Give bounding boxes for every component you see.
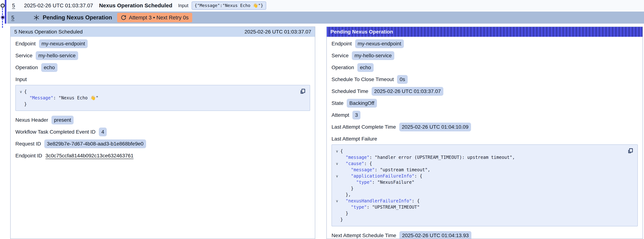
code-gutter [334,192,340,198]
field-label: Endpoint [16,41,36,47]
code-line: } [18,101,306,107]
field-row: Operationecho [332,63,638,72]
field-value-badge: present [52,116,74,124]
code-line: ∨{ [18,88,306,95]
timeline-active-bar [5,0,6,24]
event-detail-header-timestamp: 2025-02-26 UTC 01:03:37.07 [244,29,311,35]
code-gutter [334,210,340,216]
collapse-chevron-icon[interactable]: ∨ [334,198,340,204]
retry-badge-label: Attempt 3 • Next Retry 0s [129,15,188,21]
code-line-text: "type": "NexusFailure" [340,179,414,186]
field-label: Last Attempt Complete Time [332,124,396,130]
event-input-label: Input [178,3,188,8]
code-line: "message": "upstream timeout", [334,167,634,173]
event-detail-header-title: 5 Nexus Operation Scheduled [14,29,83,35]
field-label: Service [332,53,348,58]
code-line: ∨ "applicationFailureInfo": { [334,173,634,179]
code-line-text: "nexusHandlerFailureInfo": { [340,198,420,204]
code-line: "Message": "Nexus Echo 👋" [18,95,306,101]
field-row: Servicemy-hello-service [16,51,310,60]
code-gutter [334,167,340,173]
workflow-event-detail-page: 5 2025-02-26 UTC 01:03:37.07 Nexus Opera… [0,0,644,239]
event-input-badge[interactable]: {"Message":"Nexus Echo 👋"} [192,2,266,10]
code-gutter [334,179,340,186]
code-line-text: "cause": { [340,160,372,167]
endpoint-id-link[interactable]: 3c0c75ccfa8144b092c13ce632463761 [46,153,134,159]
code-line-text: "type": "UPSTREAM_TIMEOUT" [340,204,420,210]
code-line: ∨{ [334,148,634,154]
field-row: Servicemy-hello-service [332,51,638,60]
field-row: Workflow Task Completed Event ID4 [16,128,310,136]
pending-panel-body: Endpointmy-nexus-endpointServicemy-hello… [327,37,642,239]
collapse-chevron-icon[interactable]: ∨ [334,173,340,179]
pending-panel-header: Pending Nexus Operation [327,27,642,37]
field-row: StateBackingOff [332,99,638,108]
event-id-link[interactable]: 5 [12,2,15,8]
pending-fields: Endpointmy-nexus-endpointServicemy-hello… [332,39,638,132]
field-value-badge: 2025-02-26 UTC 01:03:37.07 [372,87,443,96]
field-value-badge: 3e829b7e-7d67-4b08-aad3-b1e868bfe9e0 [44,140,146,148]
code-line-text: { [340,148,343,154]
field-label: Workflow Task Completed Event ID [16,129,96,135]
field-value-badge: 2025-02-26 UTC 01:04:10.09 [399,122,471,132]
field-row: Scheduled Time2025-02-26 UTC 01:03:37.07 [332,87,638,96]
field-value-badge: my-nexus-endpoint [355,39,404,48]
field-label: Request ID [16,141,41,147]
field-value-badge: my-hello-service [352,51,394,60]
timeline-event-marker-icon [0,4,5,8]
field-row: Endpointmy-nexus-endpoint [16,39,310,48]
field-label: Operation [332,64,354,70]
pending-asterisk-icon [33,14,40,21]
failure-code-block: ∨{ "message": "handler error (UPSTREAM_T… [332,144,638,226]
retry-icon [121,15,126,20]
code-line: "type": "NexusFailure" [334,179,634,186]
failure-section-label: Last Attempt Failure [332,134,638,143]
field-label: Attempt [332,112,349,118]
failure-code-lines: ∨{ "message": "handler error (UPSTREAM_T… [334,148,634,223]
field-row: Schedule To Close Timeout0s [332,75,638,84]
field-label: Service [16,53,32,58]
field-value-badge: my-nexus-endpoint [39,39,88,48]
pending-operation-panel: Pending Nexus Operation Endpointmy-nexus… [326,26,643,239]
copy-icon[interactable] [300,88,306,94]
event-summary-row[interactable]: 5 2025-02-26 UTC 01:03:37.07 Nexus Opera… [7,0,644,11]
event-detail-panel: 5 Nexus Operation Scheduled 2025-02-26 U… [10,26,315,239]
field-label: Endpoint [332,41,352,47]
event-title: Nexus Operation Scheduled [99,2,172,8]
code-line: } [334,186,634,192]
field-value-badge: 3 [352,111,360,120]
code-line: ∨ "cause": { [334,160,634,167]
code-line: "type": "UPSTREAM_TIMEOUT" [334,204,634,210]
field-value-badge: 4 [99,128,107,136]
field-row: Last Attempt Complete Time2025-02-26 UTC… [332,122,638,132]
collapse-chevron-icon[interactable]: ∨ [334,160,340,167]
code-line: "message": "handler error (UPSTREAM_TIME… [334,154,634,160]
field-label: Schedule To Close Timeout [332,76,394,82]
collapse-chevron-icon[interactable]: ∨ [18,88,24,95]
copy-icon[interactable] [627,148,634,154]
collapse-chevron-icon[interactable]: ∨ [334,148,340,154]
field-label: Operation [16,64,38,70]
code-gutter [334,216,340,223]
detail-panels: 5 Nexus Operation Scheduled 2025-02-26 U… [10,26,643,239]
code-line: } [334,210,634,216]
endpoint-id-row: Endpoint ID 3c0c75ccfa8144b092c13ce63246… [16,151,310,160]
pending-operation-row[interactable]: 5 Pending Nexus Operation Attempt 3 • Ne… [7,12,644,24]
field-row: Endpointmy-nexus-endpoint [332,39,638,48]
code-line-text: } [340,216,343,223]
pending-id-link[interactable]: 5 [11,15,14,21]
code-line: } [334,216,634,223]
retry-status-badge: Attempt 3 • Next Retry 0s [117,13,192,22]
code-gutter [334,204,340,210]
field-label: Nexus Header [16,117,48,123]
event-detail-body: Endpointmy-nexus-endpointServicemy-hello… [10,37,315,160]
field-label: State [332,100,344,106]
code-line-text: } [24,101,27,107]
input-code-block: ∨{ "Message": "Nexus Echo 👋"} [16,85,310,111]
pending-title: Pending Nexus Operation [43,14,112,21]
event-fields-bottom: Nexus HeaderpresentWorkflow Task Complet… [16,116,310,148]
endpoint-id-label: Endpoint ID [16,153,42,159]
timeline-pending-marker-icon [1,15,5,20]
field-value-badge: my-hello-service [36,51,78,60]
code-line-text: "message": "handler error (UPSTREAM_TIME… [340,154,515,160]
